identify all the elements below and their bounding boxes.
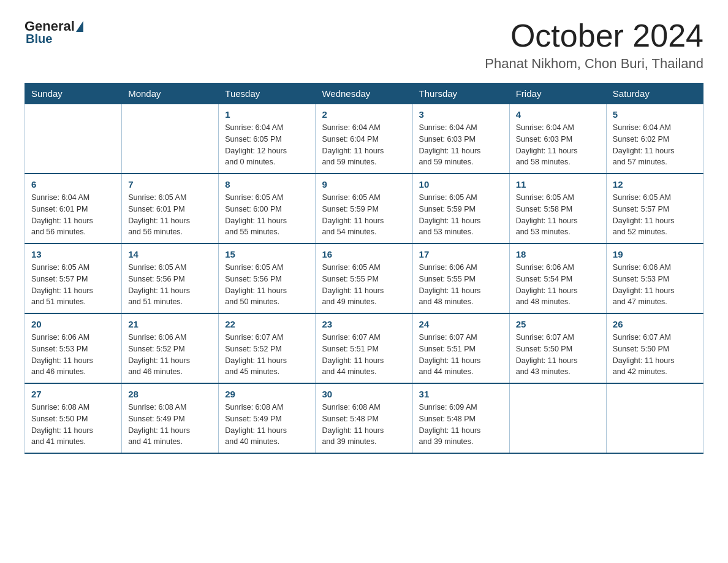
day-number: 24 bbox=[419, 319, 503, 329]
calendar-table: SundayMondayTuesdayWednesdayThursdayFrid… bbox=[25, 83, 703, 454]
day-number: 6 bbox=[31, 179, 115, 190]
day-info: Sunrise: 6:06 AM Sunset: 5:53 PM Dayligh… bbox=[613, 262, 697, 308]
calendar-cell: 26Sunrise: 6:07 AM Sunset: 5:50 PM Dayli… bbox=[606, 313, 703, 383]
calendar-cell: 19Sunrise: 6:06 AM Sunset: 5:53 PM Dayli… bbox=[606, 243, 703, 313]
calendar-week-row: 27Sunrise: 6:08 AM Sunset: 5:50 PM Dayli… bbox=[25, 383, 703, 453]
calendar-cell bbox=[122, 104, 219, 174]
calendar-cell: 13Sunrise: 6:05 AM Sunset: 5:57 PM Dayli… bbox=[25, 243, 122, 313]
day-number: 13 bbox=[31, 249, 115, 259]
day-number: 21 bbox=[128, 319, 212, 329]
day-number: 31 bbox=[419, 389, 503, 399]
calendar-cell: 23Sunrise: 6:07 AM Sunset: 5:51 PM Dayli… bbox=[316, 313, 412, 383]
calendar-cell: 14Sunrise: 6:05 AM Sunset: 5:56 PM Dayli… bbox=[122, 243, 219, 313]
day-info: Sunrise: 6:04 AM Sunset: 6:05 PM Dayligh… bbox=[225, 122, 309, 168]
calendar-cell: 1Sunrise: 6:04 AM Sunset: 6:05 PM Daylig… bbox=[219, 104, 316, 174]
day-info: Sunrise: 6:05 AM Sunset: 6:01 PM Dayligh… bbox=[128, 192, 212, 238]
day-of-week-header: Friday bbox=[509, 83, 606, 104]
day-number: 17 bbox=[419, 249, 503, 259]
day-info: Sunrise: 6:05 AM Sunset: 5:56 PM Dayligh… bbox=[225, 262, 309, 308]
day-info: Sunrise: 6:05 AM Sunset: 5:55 PM Dayligh… bbox=[322, 262, 406, 308]
calendar-cell: 12Sunrise: 6:05 AM Sunset: 5:57 PM Dayli… bbox=[606, 174, 703, 243]
day-info: Sunrise: 6:05 AM Sunset: 5:57 PM Dayligh… bbox=[31, 262, 115, 308]
day-info: Sunrise: 6:05 AM Sunset: 5:57 PM Dayligh… bbox=[613, 192, 697, 238]
calendar-cell: 25Sunrise: 6:07 AM Sunset: 5:50 PM Dayli… bbox=[509, 313, 606, 383]
day-number: 4 bbox=[516, 109, 600, 120]
day-info: Sunrise: 6:06 AM Sunset: 5:54 PM Dayligh… bbox=[516, 262, 600, 308]
day-number: 30 bbox=[322, 389, 406, 399]
calendar-cell: 2Sunrise: 6:04 AM Sunset: 6:04 PM Daylig… bbox=[316, 104, 412, 174]
day-of-week-header: Tuesday bbox=[219, 83, 316, 104]
day-number: 25 bbox=[516, 319, 600, 329]
day-info: Sunrise: 6:05 AM Sunset: 5:59 PM Dayligh… bbox=[419, 192, 503, 238]
calendar-cell: 10Sunrise: 6:05 AM Sunset: 5:59 PM Dayli… bbox=[412, 174, 509, 243]
calendar-cell: 6Sunrise: 6:04 AM Sunset: 6:01 PM Daylig… bbox=[25, 174, 122, 243]
calendar-cell: 5Sunrise: 6:04 AM Sunset: 6:02 PM Daylig… bbox=[606, 104, 703, 174]
logo-blue-text: Blue bbox=[26, 32, 52, 46]
day-info: Sunrise: 6:08 AM Sunset: 5:49 PM Dayligh… bbox=[225, 402, 309, 448]
page-header: General Blue October 2024 Phanat Nikhom,… bbox=[25, 18, 703, 72]
day-of-week-header: Monday bbox=[122, 83, 219, 104]
day-of-week-header: Saturday bbox=[606, 83, 703, 104]
day-number: 22 bbox=[225, 319, 309, 329]
day-number: 9 bbox=[322, 179, 406, 190]
day-info: Sunrise: 6:04 AM Sunset: 6:01 PM Dayligh… bbox=[31, 192, 115, 238]
calendar-cell bbox=[509, 383, 606, 453]
page-title: October 2024 bbox=[485, 18, 703, 53]
calendar-week-row: 13Sunrise: 6:05 AM Sunset: 5:57 PM Dayli… bbox=[25, 243, 703, 313]
day-number: 23 bbox=[322, 319, 406, 329]
day-info: Sunrise: 6:05 AM Sunset: 5:59 PM Dayligh… bbox=[322, 192, 406, 238]
day-info: Sunrise: 6:09 AM Sunset: 5:48 PM Dayligh… bbox=[419, 402, 503, 448]
day-of-week-header: Thursday bbox=[412, 83, 509, 104]
calendar-cell: 28Sunrise: 6:08 AM Sunset: 5:49 PM Dayli… bbox=[122, 383, 219, 453]
calendar-week-row: 1Sunrise: 6:04 AM Sunset: 6:05 PM Daylig… bbox=[25, 104, 703, 174]
calendar-cell: 24Sunrise: 6:07 AM Sunset: 5:51 PM Dayli… bbox=[412, 313, 509, 383]
day-info: Sunrise: 6:08 AM Sunset: 5:50 PM Dayligh… bbox=[31, 402, 115, 448]
calendar-cell: 20Sunrise: 6:06 AM Sunset: 5:53 PM Dayli… bbox=[25, 313, 122, 383]
day-info: Sunrise: 6:08 AM Sunset: 5:48 PM Dayligh… bbox=[322, 402, 406, 448]
logo-triangle-icon bbox=[76, 21, 83, 32]
day-number: 26 bbox=[613, 319, 697, 329]
day-info: Sunrise: 6:06 AM Sunset: 5:55 PM Dayligh… bbox=[419, 262, 503, 308]
calendar-cell: 15Sunrise: 6:05 AM Sunset: 5:56 PM Dayli… bbox=[219, 243, 316, 313]
day-info: Sunrise: 6:05 AM Sunset: 5:58 PM Dayligh… bbox=[516, 192, 600, 238]
day-info: Sunrise: 6:06 AM Sunset: 5:52 PM Dayligh… bbox=[128, 332, 212, 378]
day-number: 2 bbox=[322, 109, 406, 120]
day-info: Sunrise: 6:07 AM Sunset: 5:51 PM Dayligh… bbox=[322, 332, 406, 378]
day-info: Sunrise: 6:04 AM Sunset: 6:03 PM Dayligh… bbox=[419, 122, 503, 168]
calendar-cell: 18Sunrise: 6:06 AM Sunset: 5:54 PM Dayli… bbox=[509, 243, 606, 313]
day-number: 12 bbox=[613, 179, 697, 190]
calendar-cell: 21Sunrise: 6:06 AM Sunset: 5:52 PM Dayli… bbox=[122, 313, 219, 383]
day-number: 10 bbox=[419, 179, 503, 190]
days-of-week-row: SundayMondayTuesdayWednesdayThursdayFrid… bbox=[25, 83, 703, 104]
day-info: Sunrise: 6:04 AM Sunset: 6:02 PM Dayligh… bbox=[613, 122, 697, 168]
day-number: 27 bbox=[31, 389, 115, 399]
calendar-cell: 27Sunrise: 6:08 AM Sunset: 5:50 PM Dayli… bbox=[25, 383, 122, 453]
day-info: Sunrise: 6:04 AM Sunset: 6:04 PM Dayligh… bbox=[322, 122, 406, 168]
day-of-week-header: Sunday bbox=[25, 83, 122, 104]
page-subtitle: Phanat Nikhom, Chon Buri, Thailand bbox=[485, 56, 703, 72]
day-info: Sunrise: 6:08 AM Sunset: 5:49 PM Dayligh… bbox=[128, 402, 212, 448]
day-info: Sunrise: 6:06 AM Sunset: 5:53 PM Dayligh… bbox=[31, 332, 115, 378]
day-number: 11 bbox=[516, 179, 600, 190]
day-info: Sunrise: 6:07 AM Sunset: 5:51 PM Dayligh… bbox=[419, 332, 503, 378]
calendar-cell: 11Sunrise: 6:05 AM Sunset: 5:58 PM Dayli… bbox=[509, 174, 606, 243]
day-number: 8 bbox=[225, 179, 309, 190]
calendar-week-row: 6Sunrise: 6:04 AM Sunset: 6:01 PM Daylig… bbox=[25, 174, 703, 243]
calendar-cell: 16Sunrise: 6:05 AM Sunset: 5:55 PM Dayli… bbox=[316, 243, 412, 313]
calendar-cell: 31Sunrise: 6:09 AM Sunset: 5:48 PM Dayli… bbox=[412, 383, 509, 453]
title-block: October 2024 Phanat Nikhom, Chon Buri, T… bbox=[485, 18, 703, 72]
day-info: Sunrise: 6:04 AM Sunset: 6:03 PM Dayligh… bbox=[516, 122, 600, 168]
calendar-cell: 7Sunrise: 6:05 AM Sunset: 6:01 PM Daylig… bbox=[122, 174, 219, 243]
day-number: 5 bbox=[613, 109, 697, 120]
day-info: Sunrise: 6:07 AM Sunset: 5:52 PM Dayligh… bbox=[225, 332, 309, 378]
calendar-cell: 17Sunrise: 6:06 AM Sunset: 5:55 PM Dayli… bbox=[412, 243, 509, 313]
day-number: 7 bbox=[128, 179, 212, 190]
day-info: Sunrise: 6:07 AM Sunset: 5:50 PM Dayligh… bbox=[516, 332, 600, 378]
calendar-cell: 29Sunrise: 6:08 AM Sunset: 5:49 PM Dayli… bbox=[219, 383, 316, 453]
logo: General Blue bbox=[25, 18, 85, 46]
calendar-cell: 9Sunrise: 6:05 AM Sunset: 5:59 PM Daylig… bbox=[316, 174, 412, 243]
day-number: 18 bbox=[516, 249, 600, 259]
calendar-cell: 3Sunrise: 6:04 AM Sunset: 6:03 PM Daylig… bbox=[412, 104, 509, 174]
calendar-week-row: 20Sunrise: 6:06 AM Sunset: 5:53 PM Dayli… bbox=[25, 313, 703, 383]
day-number: 20 bbox=[31, 319, 115, 329]
